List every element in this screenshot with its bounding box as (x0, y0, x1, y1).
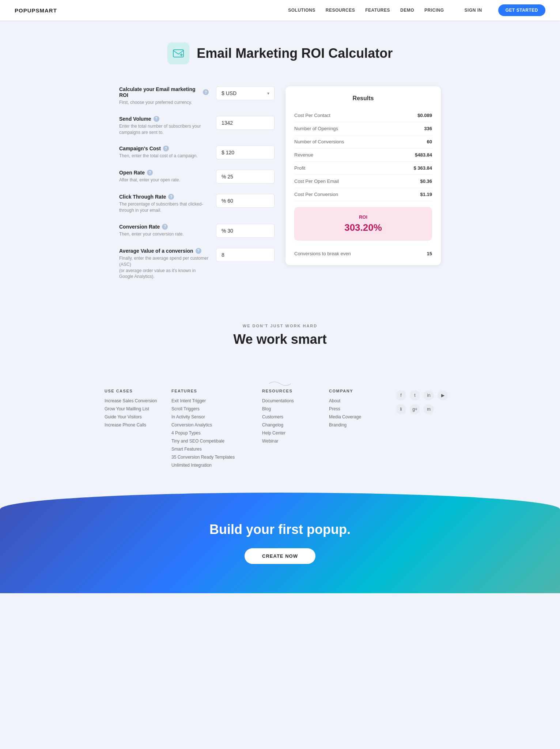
send-volume-input[interactable] (216, 116, 275, 130)
currency-select[interactable]: $ USD € EUR £ GBP (216, 86, 275, 100)
footer-resource-changelog[interactable]: Changelog (262, 422, 322, 428)
footer-resource-webinar[interactable]: Webinar (262, 439, 322, 444)
footer-company-media[interactable]: Media Coverage (329, 414, 389, 419)
campaign-cost-row: Campaign's Cost ? Then, enter the total … (119, 146, 275, 159)
social-facebook-icon[interactable]: f (396, 390, 406, 400)
roi-value: 303.20% (302, 222, 425, 233)
work-smart-title: We work smart (7, 332, 553, 347)
social-youtube-icon[interactable]: ▶ (438, 390, 448, 400)
conversion-rate-row: Conversion Rate ? Then, enter your conve… (119, 224, 275, 238)
nav-demo[interactable]: DEMO (400, 8, 414, 13)
send-volume-row: Send Volume ? Enter the total number of … (119, 116, 275, 136)
footer-resource-customers[interactable]: Customers (262, 414, 322, 419)
social-medium-icon[interactable]: m (424, 404, 434, 414)
svg-rect-0 (173, 50, 183, 57)
footer-feature-integration[interactable]: Unlimited Integration (171, 463, 255, 468)
results-title: Results (294, 95, 432, 102)
ctr-desc: The percentage of subscribers that click… (119, 201, 209, 214)
conversion-rate-label: Conversion Rate ? (119, 224, 209, 230)
footer-social: f t in ▶ li g+ m (396, 389, 455, 471)
footer-company-press[interactable]: Press (329, 406, 389, 411)
footer-company-about[interactable]: About (329, 398, 389, 403)
use-cases-title: USE CASES (105, 389, 164, 393)
ctr-help-icon[interactable]: ? (168, 194, 174, 200)
social-gplus-icon[interactable]: g+ (410, 404, 420, 414)
footer-features: FEATURES Exit Intent Trigger Scroll Trig… (171, 389, 255, 471)
ctr-input[interactable] (216, 194, 275, 208)
footer-resource-blog[interactable]: Blog (262, 406, 322, 411)
send-volume-desc: Enter the total number of subscribers yo… (119, 123, 209, 136)
navbar: POPUPSMART SOLUTIONS RESOURCES FEATURES … (0, 0, 560, 20)
avg-value-input[interactable] (216, 248, 275, 262)
footer-feature-templates[interactable]: 35 Conversion Ready Templates (171, 455, 255, 460)
footer-feature-popup-types[interactable]: 4 Popup Types (171, 430, 255, 436)
footer-resource-help[interactable]: Help Center (262, 430, 322, 436)
result-profit: Profit $ 363.84 (294, 162, 432, 175)
social-instagram-icon[interactable]: in (424, 390, 434, 400)
send-volume-label: Send Volume ? (119, 116, 209, 122)
campaign-cost-desc: Then, enter the total cost of a campaign… (119, 153, 209, 159)
footer-link-sales[interactable]: Increase Sales Conversion (105, 398, 164, 403)
conversion-rate-help-icon[interactable]: ? (162, 224, 168, 230)
open-rate-row: Open Rate ? After that, enter your open … (119, 170, 275, 184)
result-cost-per-open: Cost Per Open Email $0.36 (294, 175, 432, 188)
open-rate-input[interactable] (216, 170, 275, 184)
open-rate-desc: After that, enter your open rate. (119, 177, 209, 183)
campaign-cost-help-icon[interactable]: ? (163, 146, 169, 151)
footer-company: COMPANY About Press Media Coverage Brand… (329, 389, 389, 471)
footer-resource-docs[interactable]: Documentations (262, 398, 322, 403)
footer-grid: USE CASES Increase Sales Conversion Grow… (105, 389, 455, 471)
calculator-section: Calculate your Email marketing ROI ? Fir… (105, 79, 455, 302)
cta-create-button[interactable]: CREATE NOW (245, 548, 315, 564)
footer-resources: RESOURCES Documentations Blog Customers … (262, 389, 322, 471)
footer-link-mailing[interactable]: Grow Your Mailling List (105, 406, 164, 411)
campaign-cost-input[interactable] (216, 146, 275, 159)
resources-title: RESOURCES (262, 389, 322, 393)
footer-feature-scroll[interactable]: Scroll Triggers (171, 406, 255, 411)
footer-link-visitors[interactable]: Guide Your Visitors (105, 414, 164, 419)
result-break-even: Conversions to break even 15 (294, 246, 432, 256)
nav-resources[interactable]: RESOURCES (326, 8, 355, 13)
open-rate-label: Open Rate ? (119, 170, 209, 176)
features-title: FEATURES (171, 389, 255, 393)
currency-row: Calculate your Email marketing ROI ? Fir… (119, 86, 275, 106)
footer-feature-seo[interactable]: Tiny and SEO Competibale (171, 439, 255, 444)
company-title: COMPANY (329, 389, 389, 393)
social-linkedin-icon[interactable]: li (396, 404, 406, 414)
footer-feature-exit[interactable]: Exit Intent Trigger (171, 398, 255, 403)
result-num-conversions: Number of Conversions 60 (294, 135, 432, 148)
nav-cta-button[interactable]: GET STARTED (498, 4, 545, 16)
open-rate-help-icon[interactable]: ? (147, 170, 153, 176)
avg-value-label: Average Value of a conversion ? (119, 248, 209, 254)
calc-grid: Calculate your Email marketing ROI ? Fir… (119, 86, 441, 280)
send-volume-help-icon[interactable]: ? (154, 116, 159, 122)
avg-value-row: Average Value of a conversion ? Finally,… (119, 248, 275, 280)
social-icons: f t in ▶ li g+ m (396, 390, 455, 414)
work-smart-sub: WE DON'T JUST WORK HARD (7, 324, 553, 328)
conversion-rate-input[interactable] (216, 224, 275, 238)
footer-link-phone[interactable]: Increase Phone Calls (105, 422, 164, 428)
result-cost-per-conversion: Cost Per Conversion $1.19 (294, 188, 432, 201)
footer-company-branding[interactable]: Branding (329, 422, 389, 428)
footer-feature-activity[interactable]: In Activity Sensor (171, 414, 255, 419)
nav-pricing[interactable]: PRICING (424, 8, 444, 13)
currency-help-icon[interactable]: ? (203, 89, 209, 95)
hero-section: Email Marketing ROI Calculator (0, 20, 560, 79)
wave-divider (22, 376, 538, 389)
nav-signin[interactable]: SIGN IN (465, 8, 482, 13)
nav-features[interactable]: FEATURES (365, 8, 390, 13)
footer-feature-analytics[interactable]: Conversion Analytics (171, 422, 255, 428)
hero-icon (167, 42, 189, 64)
hero-title: Email Marketing ROI Calculator (197, 46, 393, 61)
social-twitter-icon[interactable]: t (410, 390, 420, 400)
cta-bottom-title: Build your first popup. (7, 522, 553, 537)
calc-inputs: Calculate your Email marketing ROI ? Fir… (119, 86, 275, 280)
avg-value-help-icon[interactable]: ? (196, 248, 201, 254)
avg-value-desc: Finally, enter the average spend per cus… (119, 255, 209, 280)
currency-desc: First, choose your preferred currency. (119, 99, 209, 106)
nav-logo[interactable]: POPUPSMART (15, 7, 57, 14)
footer-feature-smart[interactable]: Smart Features (171, 447, 255, 452)
result-revenue: Revenue $483.84 (294, 148, 432, 162)
nav-solutions[interactable]: SOLUTIONS (288, 8, 315, 13)
roi-label: ROI (302, 214, 425, 220)
